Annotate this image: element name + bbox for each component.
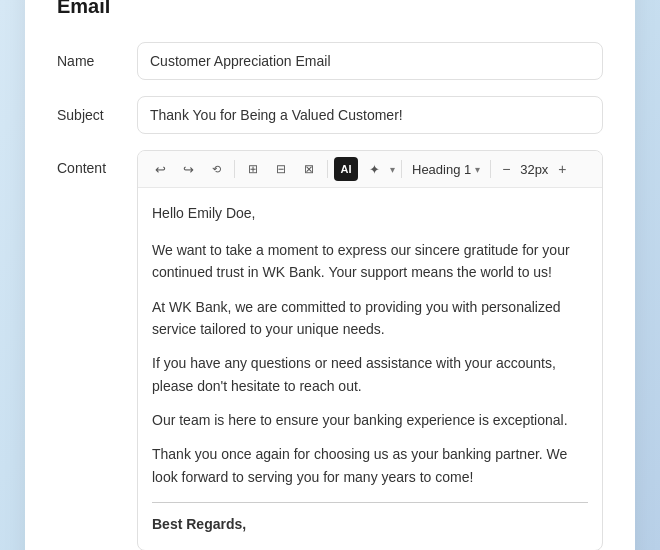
email-signature: Best Regards, <box>152 513 588 535</box>
sparkle-button[interactable]: ✦ <box>362 157 386 181</box>
email-card: Email Name Subject Content ↩ ↪ ⟲ ⊞ ⊟ ⊠ A… <box>25 0 635 550</box>
editor-toolbar: ↩ ↪ ⟲ ⊞ ⊟ ⊠ AI ✦ ▾ Heading 1 ▾ − 32px <box>138 151 602 188</box>
history-button[interactable]: ⟲ <box>204 157 228 181</box>
email-greeting: Hello Emily Doe, <box>152 202 588 224</box>
email-paragraph-4: Our team is here to ensure your banking … <box>152 409 588 431</box>
signature-divider <box>152 502 588 503</box>
undo-button[interactable]: ↩ <box>148 157 172 181</box>
subject-input[interactable] <box>137 96 603 134</box>
toolbar-divider-4 <box>490 160 491 178</box>
editor-body[interactable]: Hello Emily Doe, We want to take a momen… <box>138 188 602 549</box>
toolbar-divider-1 <box>234 160 235 178</box>
subject-row: Subject <box>57 96 603 134</box>
name-input[interactable] <box>137 42 603 80</box>
copy-button[interactable]: ⊞ <box>241 157 265 181</box>
email-paragraph-3: If you have any questions or need assist… <box>152 352 588 397</box>
rich-text-editor: ↩ ↪ ⟲ ⊞ ⊟ ⊠ AI ✦ ▾ Heading 1 ▾ − 32px <box>137 150 603 550</box>
toolbar-divider-3 <box>401 160 402 178</box>
page-title: Email <box>57 0 603 18</box>
cut-button[interactable]: ⊟ <box>269 157 293 181</box>
font-size-value: 32px <box>519 162 549 177</box>
name-row: Name <box>57 42 603 80</box>
toolbar-divider-2 <box>327 160 328 178</box>
paste-button[interactable]: ⊠ <box>297 157 321 181</box>
content-row: Content ↩ ↪ ⟲ ⊞ ⊟ ⊠ AI ✦ ▾ Heading 1 ▾ <box>57 150 603 550</box>
name-label: Name <box>57 53 137 69</box>
email-paragraph-1: We want to take a moment to express our … <box>152 239 588 284</box>
heading-label: Heading 1 <box>412 162 471 177</box>
font-size-decrease-button[interactable]: − <box>497 160 515 178</box>
font-size-increase-button[interactable]: + <box>553 160 571 178</box>
content-label: Content <box>57 150 137 176</box>
heading-chevron-icon: ▾ <box>475 164 480 175</box>
sparkle-chevron: ▾ <box>390 164 395 175</box>
email-paragraph-5: Thank you once again for choosing us as … <box>152 443 588 488</box>
subject-label: Subject <box>57 107 137 123</box>
heading-dropdown[interactable]: Heading 1 ▾ <box>408 160 484 179</box>
redo-button[interactable]: ↪ <box>176 157 200 181</box>
email-paragraph-2: At WK Bank, we are committed to providin… <box>152 296 588 341</box>
ai-button[interactable]: AI <box>334 157 358 181</box>
